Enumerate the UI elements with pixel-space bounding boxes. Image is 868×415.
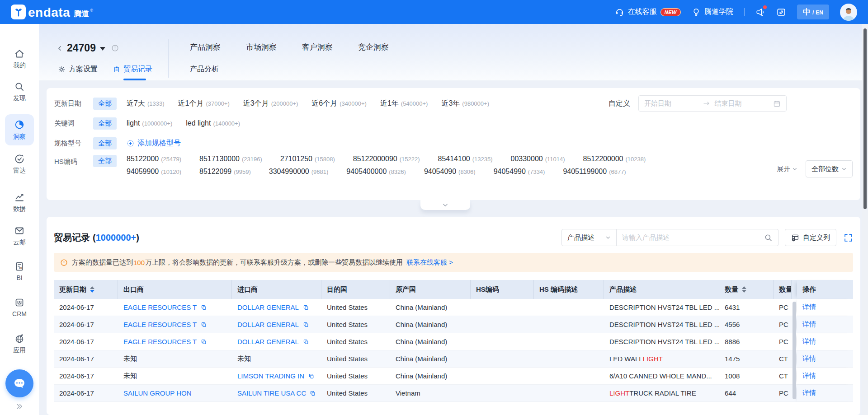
date-filter-option[interactable]: 近1年(540000+) — [380, 99, 428, 108]
expand-toggle[interactable]: 展开 — [777, 165, 797, 173]
sort-toggle[interactable] — [90, 286, 94, 293]
filter-all-chip[interactable]: 全部 — [93, 155, 117, 167]
hs-code-option[interactable]: 94059900(10120) — [127, 168, 181, 176]
fullscreen-table-button[interactable] — [844, 233, 853, 242]
announcements-button[interactable] — [755, 7, 765, 17]
date-filter-option[interactable]: 近1个月(37000+) — [178, 99, 229, 108]
detail-link[interactable]: 详情 — [802, 354, 816, 363]
chat-bubble-icon — [12, 376, 27, 391]
sidebar-item-insight[interactable]: 洞察 — [5, 114, 34, 145]
back-button[interactable] — [57, 44, 63, 53]
sidebar-item-radar[interactable]: 雷达 — [5, 154, 34, 175]
importer-link[interactable]: SAILUN TIRE USA CO — [237, 389, 306, 397]
keyword-filter-option[interactable]: light(1000000+) — [127, 119, 172, 127]
date-filter-option[interactable]: 近3年(980000+) — [441, 99, 489, 108]
customer-chat-button[interactable] — [5, 369, 33, 397]
sidebar-collapse-button[interactable] — [15, 402, 24, 410]
user-avatar[interactable] — [840, 4, 857, 21]
collapse-filters-handle[interactable] — [420, 200, 470, 210]
sidebar-item-mine[interactable]: 我的 — [5, 48, 34, 70]
sidebar-item-discover[interactable]: 发现 — [5, 81, 34, 103]
custom-columns-button[interactable]: 自定义列 — [785, 229, 836, 246]
column-header[interactable]: 数量 — [719, 280, 774, 299]
detail-link[interactable]: 详情 — [802, 303, 816, 312]
page-scrollbar-thumb[interactable] — [863, 28, 867, 209]
add-spec-button[interactable]: 添加规格型号 — [127, 139, 181, 148]
trade-records-tab[interactable]: 贸易记录 — [113, 65, 152, 74]
importer-link[interactable]: DOLLAR GENERAL — [237, 338, 299, 345]
hs-code-option[interactable]: 8512200000(10238) — [583, 155, 646, 163]
hs-code-option[interactable]: 9405400000(8326) — [346, 168, 406, 176]
exporter-link[interactable]: EAGLE RESOURCES T — [123, 338, 197, 345]
academy-menu[interactable]: 腾道学院 — [692, 7, 733, 17]
exporter-link[interactable]: SAILUN GROUP HON — [123, 389, 192, 397]
exporter-link[interactable]: EAGLE RESOURCES T — [123, 303, 197, 311]
sidebar-item-crm[interactable]: CRM — [5, 297, 34, 317]
column-header[interactable]: 更新日期 — [54, 280, 118, 299]
date-filter-option[interactable]: 近3个月(200000+) — [243, 99, 298, 108]
cell-hs-code-description — [534, 333, 604, 350]
date-filter-option[interactable]: 近6个月(340000+) — [311, 99, 367, 108]
copy-icon[interactable] — [310, 390, 316, 396]
option-name: 8517130000 — [199, 155, 240, 163]
sidebar-item-apps[interactable]: 应用 — [5, 333, 34, 354]
tab-competitor-insight[interactable]: 竞企洞察 — [358, 42, 389, 52]
filter-all-chip[interactable]: 全部 — [93, 98, 117, 110]
importer-link[interactable]: DOLLAR GENERAL — [237, 303, 299, 311]
copy-icon[interactable] — [201, 322, 207, 328]
hs-code-option[interactable]: 85122000090(15222) — [353, 155, 420, 163]
copy-icon[interactable] — [303, 322, 309, 328]
exporter-link[interactable]: EAGLE RESOURCES T — [123, 321, 197, 328]
custom-date-label[interactable]: 自定义 — [609, 99, 630, 108]
hs-code-option[interactable]: 00330000(11014) — [511, 155, 565, 163]
tab-market-insight[interactable]: 市场洞察 — [246, 42, 277, 52]
option-count: (23196) — [242, 156, 262, 163]
sort-toggle[interactable] — [742, 286, 746, 293]
hs-code-option[interactable]: 94051199000(6877) — [563, 168, 626, 176]
language-toggle[interactable]: 中 / EN — [797, 5, 829, 19]
plan-info-icon[interactable] — [111, 44, 119, 52]
page-scrollbar-track[interactable] — [862, 24, 868, 415]
hs-code-option[interactable]: 3304990000(9681) — [269, 168, 329, 176]
hs-code-option[interactable]: 27101250(15808) — [280, 155, 335, 163]
search-input[interactable]: 请输入产品描述 — [617, 229, 778, 246]
filter-all-chip[interactable]: 全部 — [93, 117, 117, 130]
sidebar-item-data[interactable]: 数据 — [5, 192, 34, 213]
plan-dropdown-caret[interactable] — [100, 47, 105, 51]
hs-code-option[interactable]: 94054990(7334) — [494, 168, 545, 176]
gear-icon — [58, 65, 66, 73]
hs-digits-select[interactable]: 全部位数 — [806, 160, 853, 177]
tab-customer-insight[interactable]: 客户洞察 — [302, 42, 333, 52]
workspace-switch-button[interactable] — [776, 7, 786, 17]
copy-icon[interactable] — [303, 339, 309, 345]
plan-settings-tab[interactable]: 方案设置 — [58, 65, 98, 74]
detail-link[interactable]: 详情 — [802, 320, 816, 329]
date-range-input[interactable]: 开始日期 结束日期 — [638, 95, 787, 112]
date-filter-option[interactable]: 近7天(1333) — [127, 99, 164, 108]
online-service-menu[interactable]: 在线客服 NEW — [615, 7, 681, 17]
hs-code-option[interactable]: 94054090(8306) — [424, 168, 476, 176]
search-field-select[interactable]: 产品描述 — [561, 229, 617, 246]
tab-product-analysis[interactable]: 产品分析 — [190, 65, 219, 74]
hs-code-option[interactable]: 85122099(9959) — [199, 168, 251, 176]
copy-icon[interactable] — [308, 373, 315, 379]
sidebar-item-mail[interactable]: 云邮 — [5, 225, 34, 247]
filter-all-chip[interactable]: 全部 — [93, 137, 117, 149]
detail-link[interactable]: 详情 — [802, 372, 816, 380]
importer-link[interactable]: LIMSON TRADING IN — [237, 372, 304, 380]
tab-product-insight[interactable]: 产品洞察 — [190, 42, 221, 52]
tendata-logo[interactable]: endata 腾道 ® — [11, 5, 93, 19]
copy-icon[interactable] — [201, 339, 207, 345]
sidebar-item-bi[interactable]: BI BI — [5, 261, 34, 281]
contact-service-link[interactable]: 联系在线客服 > — [406, 258, 453, 267]
importer-link[interactable]: DOLLAR GENERAL — [237, 321, 299, 328]
hs-code-option[interactable]: 85122000(25479) — [127, 155, 181, 163]
keyword-filter-option[interactable]: led light(140000+) — [186, 119, 240, 127]
detail-link[interactable]: 详情 — [802, 337, 816, 346]
table-scrollbar-thumb[interactable] — [793, 302, 796, 399]
copy-icon[interactable] — [201, 304, 207, 311]
hs-code-option[interactable]: 85414100(13235) — [438, 155, 493, 163]
detail-link[interactable]: 详情 — [802, 389, 816, 397]
copy-icon[interactable] — [303, 304, 309, 311]
hs-code-option[interactable]: 8517130000(23196) — [199, 155, 262, 163]
